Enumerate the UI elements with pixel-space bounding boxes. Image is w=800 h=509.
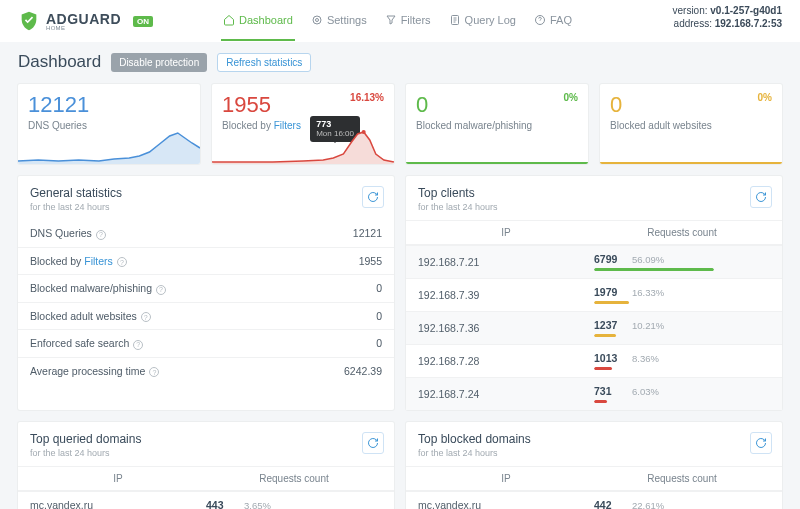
client-ip: 192.168.7.21 (418, 256, 594, 268)
tqd-title: Top queried domains (30, 432, 382, 446)
client-bar (594, 400, 607, 403)
client-pct: 56.09% (632, 254, 664, 265)
svg-point-1 (313, 16, 321, 24)
card-dns-queries[interactable]: 12121 DNS Queries (18, 84, 200, 164)
client-bar (594, 334, 616, 337)
refresh-icon (367, 437, 379, 449)
tqd-domain: mc.yandex.ru (30, 499, 206, 509)
info-icon[interactable]: ? (156, 285, 166, 295)
version-info: version: v0.1-257-g40d1 address: 192.168… (672, 4, 782, 30)
card-blocked[interactable]: 16.13% 1955 Blocked by Filters 773 Mon 1… (212, 84, 394, 164)
client-bar (594, 301, 629, 304)
adult-label: Blocked adult websites (610, 120, 772, 131)
refresh-icon (367, 191, 379, 203)
page-title: Dashboard (18, 52, 101, 72)
nav-query-log[interactable]: Query Log (449, 14, 516, 28)
nav-dashboard[interactable]: Dashboard (223, 14, 293, 28)
refresh-icon (755, 437, 767, 449)
tbd-sub: for the last 24 hours (418, 448, 770, 458)
gen-row: Blocked adult websites?0 (18, 302, 394, 330)
client-count: 1979 (594, 286, 626, 298)
tbd-refresh-button[interactable] (750, 432, 772, 454)
adult-baseline (600, 162, 782, 164)
panel-general-stats: General statistics for the last 24 hours… (18, 176, 394, 410)
client-pct: 10.21% (632, 320, 664, 331)
client-count: 6799 (594, 253, 626, 265)
tbd-title: Top blocked domains (418, 432, 770, 446)
client-row: 192.168.7.21679956.09% (406, 245, 782, 278)
nav-faq[interactable]: FAQ (534, 14, 572, 28)
tbd-columns: IP Requests count (406, 466, 782, 491)
status-badge: ON (133, 16, 153, 27)
gen-value: 0 (376, 282, 382, 294)
client-pct: 8.36% (632, 353, 659, 364)
malware-pct: 0% (564, 92, 578, 103)
gen-value: 12121 (353, 227, 382, 239)
client-ip: 192.168.7.24 (418, 388, 594, 400)
brand-logo: ADGUARD HOME ON (18, 10, 153, 32)
gen-row: Average processing time?6242.39 (18, 357, 394, 385)
nav-settings[interactable]: Settings (311, 14, 367, 28)
card-adult[interactable]: 0% 0 Blocked adult websites (600, 84, 782, 164)
blocked-sparkline (212, 130, 394, 164)
filter-icon (385, 14, 397, 26)
gen-title: General statistics (30, 186, 382, 200)
info-icon[interactable]: ? (96, 230, 106, 240)
gen-sub: for the last 24 hours (30, 202, 382, 212)
page-heading-row: Dashboard Disable protection Refresh sta… (18, 52, 782, 72)
clients-columns: IP Requests count (406, 220, 782, 245)
document-icon (449, 14, 461, 26)
client-count: 1013 (594, 352, 626, 364)
clients-title: Top clients (418, 186, 770, 200)
tbd-domain: mc.yandex.ru (418, 499, 594, 509)
panel-top-queried: Top queried domains for the last 24 hour… (18, 422, 394, 509)
blocked-pct: 16.13% (350, 92, 384, 103)
svg-point-0 (315, 19, 318, 22)
client-row: 192.168.7.36123710.21% (406, 311, 782, 344)
disable-protection-button[interactable]: Disable protection (111, 53, 207, 72)
malware-value: 0 (416, 92, 578, 118)
refresh-statistics-button[interactable]: Refresh statistics (217, 53, 311, 72)
help-icon (534, 14, 546, 26)
client-pct: 16.33% (632, 287, 664, 298)
info-icon[interactable]: ? (117, 257, 127, 267)
dns-sparkline (18, 130, 200, 164)
gen-row: Blocked malware/phishing?0 (18, 274, 394, 302)
card-malware[interactable]: 0% 0 Blocked malware/phishing (406, 84, 588, 164)
client-count: 1237 (594, 319, 626, 331)
malware-label: Blocked malware/phishing (416, 120, 578, 131)
info-icon[interactable]: ? (133, 340, 143, 350)
malware-baseline (406, 162, 588, 164)
gen-row: Blocked by Filters?1955 (18, 247, 394, 275)
info-icon[interactable]: ? (141, 312, 151, 322)
gen-value: 0 (376, 310, 382, 322)
client-bar (594, 367, 612, 370)
main-nav: Dashboard Settings Filters Query Log FAQ (223, 14, 572, 28)
client-pct: 6.03% (632, 386, 659, 397)
info-icon[interactable]: ? (149, 367, 159, 377)
clients-sub: for the last 24 hours (418, 202, 770, 212)
client-count: 731 (594, 385, 626, 397)
client-row: 192.168.7.39197916.33% (406, 278, 782, 311)
tqd-columns: IP Requests count (18, 466, 394, 491)
tqd-refresh-button[interactable] (362, 432, 384, 454)
table-row: mc.yandex.ru 4433.65% (18, 491, 394, 509)
refresh-icon (755, 191, 767, 203)
dns-value: 12121 (28, 92, 190, 118)
shield-check-icon (18, 10, 40, 32)
svg-point-4 (362, 130, 366, 134)
adult-value: 0 (610, 92, 772, 118)
tqd-sub: for the last 24 hours (30, 448, 382, 458)
client-ip: 192.168.7.36 (418, 322, 594, 334)
gen-refresh-button[interactable] (362, 186, 384, 208)
clients-refresh-button[interactable] (750, 186, 772, 208)
nav-filters[interactable]: Filters (385, 14, 431, 28)
client-bar (594, 268, 714, 271)
panel-top-clients: Top clients for the last 24 hours IP Req… (406, 176, 782, 410)
gear-icon (311, 14, 323, 26)
client-ip: 192.168.7.39 (418, 289, 594, 301)
panel-top-blocked: Top blocked domains for the last 24 hour… (406, 422, 782, 509)
gen-value: 6242.39 (344, 365, 382, 377)
gen-row: DNS Queries?12121 (18, 220, 394, 247)
client-row: 192.168.7.247316.03% (406, 377, 782, 410)
